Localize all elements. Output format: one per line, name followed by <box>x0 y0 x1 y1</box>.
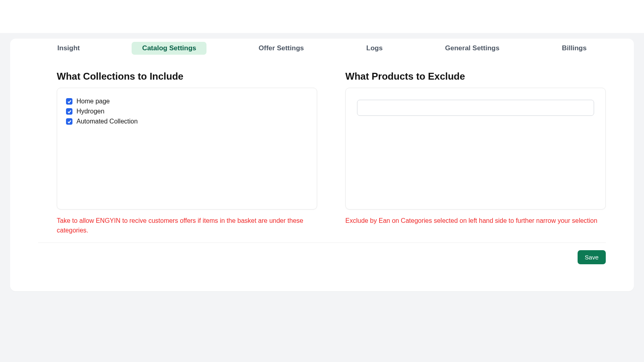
include-column: What Collections to Include Home page Hy… <box>57 71 317 235</box>
include-item-automated-collection[interactable]: Automated Collection <box>66 118 308 125</box>
exclude-help-text: Exclude by Ean on Categories selected on… <box>345 216 606 226</box>
tabs-bar: Insight Catalog Settings Offer Settings … <box>10 39 634 71</box>
include-item-label: Hydrogen <box>76 108 104 115</box>
tab-general-settings[interactable]: General Settings <box>435 42 510 55</box>
tab-offer-settings[interactable]: Offer Settings <box>248 42 314 55</box>
exclude-input[interactable] <box>357 100 594 116</box>
tab-catalog-settings[interactable]: Catalog Settings <box>132 42 206 55</box>
tab-billings[interactable]: Billings <box>551 42 597 55</box>
include-item-label: Automated Collection <box>76 118 138 125</box>
footer: Save <box>10 243 634 276</box>
save-button[interactable]: Save <box>578 250 606 264</box>
include-item-label: Home page <box>76 98 110 105</box>
include-item-home-page[interactable]: Home page <box>66 98 308 105</box>
exclude-title: What Products to Exclude <box>345 71 606 82</box>
exclude-panel <box>345 88 606 210</box>
include-title: What Collections to Include <box>57 71 317 82</box>
exclude-column: What Products to Exclude Exclude by Ean … <box>345 71 606 235</box>
tab-logs[interactable]: Logs <box>356 42 393 55</box>
include-panel: Home page Hydrogen Automated Collection <box>57 88 317 210</box>
checkbox-icon[interactable] <box>66 118 72 125</box>
checkbox-icon[interactable] <box>66 108 72 115</box>
include-help-text: Take to allow ENGYIN to recive customers… <box>57 216 317 235</box>
tab-insight[interactable]: Insight <box>47 42 91 55</box>
include-item-hydrogen[interactable]: Hydrogen <box>66 108 308 115</box>
checkbox-icon[interactable] <box>66 98 72 105</box>
